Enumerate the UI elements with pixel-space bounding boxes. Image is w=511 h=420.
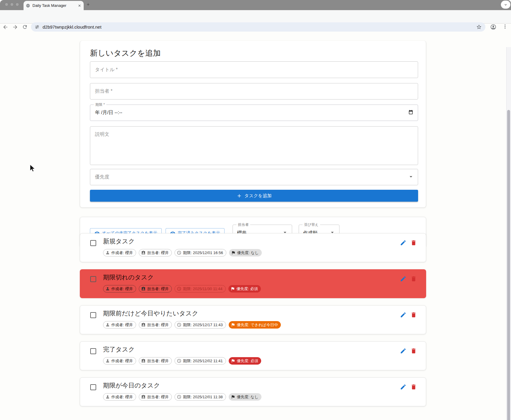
clock-icon xyxy=(177,359,181,363)
task-checkbox[interactable] xyxy=(90,312,96,318)
delete-task-button[interactable] xyxy=(410,239,417,247)
person-icon xyxy=(105,359,110,363)
browser-menu-kebab-icon[interactable] xyxy=(502,24,508,29)
bookmark-star-icon[interactable] xyxy=(476,24,482,30)
task-row: 期限前だけど今日やりたいタスク 作成者: 櫻井 担当者: 櫻井 期限: 2025… xyxy=(80,305,426,334)
assignee-chip: 担当者: 櫻井 xyxy=(139,393,172,401)
priority-chip: 優先度: 必須 xyxy=(228,285,261,293)
flag-icon xyxy=(231,323,235,327)
edit-task-button[interactable] xyxy=(400,384,406,391)
browser-window: Daily Task Manager d2b97twnpzjkkl.cloudf xyxy=(0,0,511,420)
person-icon xyxy=(105,323,110,327)
due-date-label: 期限 * xyxy=(94,102,106,107)
badge-icon xyxy=(141,359,146,363)
task-title: 新規タスク xyxy=(103,237,135,245)
task-chips: 作成者: 櫻井 担当者: 櫻井 期限: 2025/12/01 16:56 優先度… xyxy=(103,249,262,256)
flag-icon xyxy=(231,251,236,255)
due-date-value: 年 /月/日 --:-- xyxy=(95,110,122,116)
task-assignee-input[interactable]: 担当者 * xyxy=(90,83,418,99)
pencil-icon xyxy=(400,384,406,390)
browser-toolbar: d2b97twnpzjkkl.cloudfront.net xyxy=(0,10,511,24)
window-close-button[interactable] xyxy=(5,3,8,6)
window-zoom-button[interactable] xyxy=(15,3,19,6)
task-row: 新規タスク 作成者: 櫻井 担当者: 櫻井 期限: 2025/12/01 16:… xyxy=(80,233,426,262)
tab-search-chevron-button[interactable] xyxy=(501,1,510,9)
clock-icon xyxy=(177,395,181,399)
priority-select-label: 優先度 xyxy=(95,174,109,180)
add-task-button[interactable]: タスクを追加 xyxy=(90,190,418,202)
creator-chip: 作成者: 櫻井 xyxy=(103,285,136,293)
task-title: 期限が今日のタスク xyxy=(103,381,160,390)
task-checkbox[interactable] xyxy=(90,240,96,246)
scrollbar-thumb[interactable] xyxy=(507,110,510,420)
due-date-input[interactable]: 期限 * 年 /月/日 --:-- xyxy=(90,105,418,121)
calendar-icon[interactable] xyxy=(408,110,413,116)
tab-favicon-globe-icon xyxy=(26,4,30,8)
tab-title: Daily Task Manager xyxy=(32,3,75,8)
priority-chip: 優先度: 必須 xyxy=(229,357,261,365)
task-row: 完了タスク 作成者: 櫻井 担当者: 櫻井 期限: 2025/12/02 11:… xyxy=(80,341,426,370)
priority-chip: 優先度: なし xyxy=(229,249,262,256)
due-chip: 期限: 2025/12/02 11:41 xyxy=(175,357,226,365)
description-placeholder: 説明文 xyxy=(95,131,109,138)
due-chip: 期限: 2025/12/01 16:56 xyxy=(175,249,226,256)
delete-task-button[interactable] xyxy=(410,276,417,283)
task-chips: 作成者: 櫻井 担当者: 櫻井 期限: 2025/12/02 11:41 優先度… xyxy=(103,357,261,365)
creator-chip: 作成者: 櫻井 xyxy=(103,321,136,329)
flag-icon xyxy=(230,287,235,291)
creator-chip: 作成者: 櫻井 xyxy=(103,357,136,365)
pencil-icon xyxy=(400,312,406,318)
person-icon xyxy=(105,251,110,255)
browser-tab[interactable]: Daily Task Manager xyxy=(24,1,84,10)
task-row: 期限が今日のタスク 作成者: 櫻井 担当者: 櫻井 期限: 2025/12/01… xyxy=(80,377,426,406)
site-settings-icon[interactable] xyxy=(35,24,40,29)
pencil-icon xyxy=(400,239,406,246)
task-actions xyxy=(400,348,417,355)
edit-task-button[interactable] xyxy=(400,348,406,355)
trash-icon xyxy=(410,384,417,390)
priority-chip: 優先度: なし xyxy=(229,393,261,401)
pencil-icon xyxy=(400,276,406,282)
clock-icon xyxy=(177,323,181,327)
task-title: 期限切れのタスク xyxy=(103,273,154,281)
task-checkbox[interactable] xyxy=(90,276,96,282)
delete-task-button[interactable] xyxy=(410,384,417,391)
url-text: d2b97twnpzjkkl.cloudfront.net xyxy=(43,24,473,29)
task-assignee-placeholder: 担当者 * xyxy=(95,88,113,94)
window-minimize-button[interactable] xyxy=(10,3,14,6)
back-icon[interactable] xyxy=(2,24,8,30)
new-tab-button[interactable] xyxy=(86,2,90,7)
flag-icon xyxy=(231,359,235,363)
add-task-form-card: 新しいタスクを追加 タイトル * 担当者 * 期限 * 年 /月/日 --:--… xyxy=(80,41,426,208)
task-checkbox[interactable] xyxy=(90,384,96,390)
trash-icon xyxy=(410,239,417,246)
task-actions xyxy=(400,312,417,319)
priority-select[interactable]: 優先度 xyxy=(90,169,418,185)
task-title: 期限前だけど今日やりたいタスク xyxy=(103,309,198,318)
forward-icon[interactable] xyxy=(12,24,18,30)
description-textarea[interactable]: 説明文 xyxy=(90,126,418,165)
edit-task-button[interactable] xyxy=(400,276,406,283)
profile-avatar-icon[interactable] xyxy=(490,24,496,30)
clock-icon xyxy=(177,287,181,291)
task-row: 期限切れのタスク 作成者: 櫻井 担当者: 櫻井 期限: 2025/11/30 … xyxy=(80,269,426,298)
task-chips: 作成者: 櫻井 担当者: 櫻井 期限: 2025/12/17 11:43 優先度… xyxy=(103,321,281,329)
task-title-input[interactable]: タイトル * xyxy=(90,61,418,78)
delete-task-button[interactable] xyxy=(410,312,417,319)
badge-icon xyxy=(141,251,146,255)
assignee-chip: 担当者: 櫻井 xyxy=(139,285,172,293)
badge-icon xyxy=(141,287,146,291)
edit-task-button[interactable] xyxy=(400,239,406,247)
task-chips: 作成者: 櫻井 担当者: 櫻井 期限: 2025/11/30 11:44 優先度… xyxy=(103,285,261,293)
delete-task-button[interactable] xyxy=(410,348,417,355)
task-checkbox[interactable] xyxy=(90,348,96,354)
due-chip: 期限: 2025/11/30 11:44 xyxy=(175,285,226,293)
sort-order-label: 並び替え xyxy=(303,222,320,227)
url-bar[interactable]: d2b97twnpzjkkl.cloudfront.net xyxy=(31,22,485,32)
badge-icon xyxy=(141,395,146,399)
reload-icon[interactable] xyxy=(22,24,28,30)
task-title: 完了タスク xyxy=(103,345,135,354)
edit-task-button[interactable] xyxy=(400,312,406,319)
tab-close-icon[interactable] xyxy=(78,4,81,7)
task-actions xyxy=(400,384,417,391)
